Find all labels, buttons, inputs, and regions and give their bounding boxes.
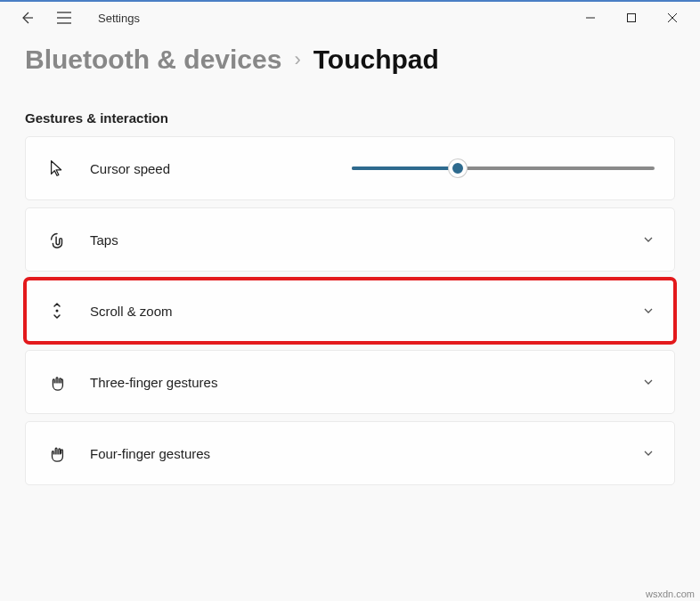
cursor-icon bbox=[45, 157, 69, 180]
chevron-down-icon bbox=[642, 305, 655, 317]
taps-label: Taps bbox=[90, 232, 118, 248]
scroll-zoom-label: Scroll & zoom bbox=[90, 304, 173, 319]
arrow-left-icon bbox=[20, 11, 34, 25]
section-title: Gestures & interaction bbox=[0, 110, 700, 136]
minimize-button[interactable] bbox=[570, 4, 611, 31]
settings-list: Cursor speed Taps Scroll & zoom Three-fi bbox=[0, 136, 700, 485]
cursor-speed-label: Cursor speed bbox=[90, 161, 170, 176]
titlebar-left: Settings bbox=[18, 9, 140, 27]
breadcrumb-current: Touchpad bbox=[313, 45, 439, 75]
menu-button[interactable] bbox=[55, 9, 73, 27]
svg-rect-4 bbox=[628, 14, 636, 22]
breadcrumb: Bluetooth & devices › Touchpad bbox=[0, 34, 700, 110]
hamburger-icon bbox=[57, 12, 71, 24]
chevron-down-icon bbox=[642, 447, 655, 459]
three-finger-row[interactable]: Three-finger gestures bbox=[25, 350, 675, 414]
back-button[interactable] bbox=[18, 9, 36, 27]
four-finger-icon bbox=[45, 442, 69, 465]
cursor-speed-slider[interactable] bbox=[352, 166, 655, 170]
scroll-zoom-row[interactable]: Scroll & zoom bbox=[25, 279, 675, 343]
four-finger-row[interactable]: Four-finger gestures bbox=[25, 421, 675, 485]
three-finger-icon bbox=[45, 370, 69, 394]
cursor-speed-row: Cursor speed bbox=[25, 136, 675, 200]
taps-row[interactable]: Taps bbox=[25, 207, 675, 272]
four-finger-label: Four-finger gestures bbox=[90, 446, 210, 461]
app-title: Settings bbox=[98, 12, 140, 25]
window-controls bbox=[570, 4, 693, 31]
three-finger-label: Three-finger gestures bbox=[90, 375, 217, 390]
breadcrumb-parent[interactable]: Bluetooth & devices bbox=[25, 45, 281, 75]
close-icon bbox=[667, 12, 678, 23]
minimize-icon bbox=[585, 12, 596, 23]
svg-point-7 bbox=[56, 310, 59, 313]
titlebar: Settings bbox=[0, 0, 700, 34]
chevron-down-icon bbox=[642, 233, 655, 246]
tap-icon bbox=[45, 228, 69, 251]
maximize-button[interactable] bbox=[611, 4, 652, 31]
maximize-icon bbox=[626, 12, 637, 23]
chevron-down-icon bbox=[642, 376, 655, 388]
scroll-icon bbox=[45, 299, 69, 322]
chevron-right-icon: › bbox=[294, 48, 300, 71]
close-button[interactable] bbox=[652, 4, 693, 31]
watermark: wsxdn.com bbox=[646, 589, 695, 599]
